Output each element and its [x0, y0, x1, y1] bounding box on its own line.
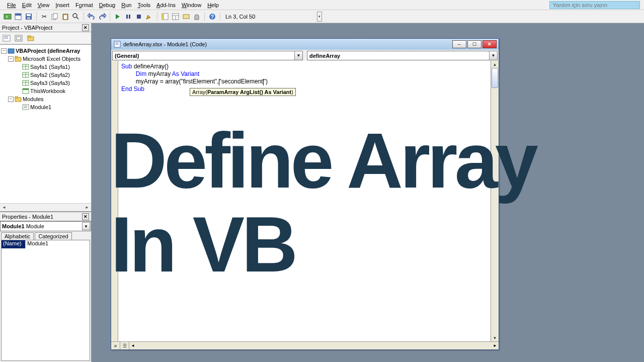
save-icon[interactable]	[24, 12, 33, 21]
menu-edit[interactable]: Edit	[19, 1, 35, 9]
insert-module-icon[interactable]	[14, 12, 23, 21]
menu-addins[interactable]: Add-Ins	[153, 1, 179, 9]
code-vscrollbar[interactable]: ▲ ▼	[491, 61, 499, 341]
property-value-cell[interactable]: Module1	[26, 240, 90, 248]
tree-folder-excel-objects[interactable]: Microsoft Excel Objects	[23, 56, 80, 62]
svg-rect-48	[15, 97, 18, 98]
svg-text:X: X	[6, 15, 9, 19]
tree-folder-modules[interactable]: Modules	[23, 96, 44, 102]
tree-sheet3[interactable]: Sayfa3 (Sayfa3)	[30, 80, 70, 86]
cut-icon[interactable]: ✂	[40, 12, 49, 21]
undo-icon[interactable]	[87, 12, 96, 21]
object-browser-icon[interactable]	[182, 12, 191, 21]
minimize-button[interactable]: ─	[452, 40, 466, 48]
tab-categorized[interactable]: Categorized	[35, 232, 71, 240]
chevron-down-icon[interactable]: ▼	[294, 51, 302, 60]
redo-icon[interactable]	[98, 12, 107, 21]
procedure-view-button[interactable]: ≡	[111, 342, 120, 349]
properties-title-text: Properties - Module1	[2, 214, 53, 220]
sheet-icon	[22, 71, 29, 78]
left-docking-pane: Project - VBAProject ✕ −VBAProject (defi…	[0, 23, 92, 362]
svg-rect-35	[15, 56, 18, 58]
tab-alphabetic[interactable]: Alphabetic	[1, 232, 34, 240]
properties-window-icon[interactable]	[171, 12, 180, 21]
property-name-cell[interactable]: (Name)	[2, 240, 26, 248]
svg-rect-6	[27, 17, 30, 19]
menu-insert[interactable]: Insert	[52, 1, 72, 9]
menu-help[interactable]: Help	[204, 1, 222, 9]
mdi-area: defineArray.xlsx - Module1 (Code) ─ ☐ ✕ …	[92, 23, 644, 362]
chevron-down-icon[interactable]: ▼	[82, 222, 90, 230]
toggle-folders-icon[interactable]	[25, 33, 36, 43]
tree-thisworkbook[interactable]: ThisWorkbook	[30, 88, 65, 94]
menu-view[interactable]: View	[35, 1, 53, 9]
menu-run[interactable]: Run	[118, 1, 134, 9]
view-code-icon[interactable]	[1, 33, 12, 43]
menu-format[interactable]: Format	[72, 1, 96, 9]
project-panel-title: Project - VBAProject ✕	[0, 23, 91, 32]
copy-icon[interactable]	[50, 12, 59, 21]
help-icon[interactable]: ?	[208, 12, 217, 21]
project-explorer-icon[interactable]	[160, 12, 170, 21]
full-module-view-button[interactable]: ☰	[120, 342, 129, 349]
svg-rect-14	[126, 15, 128, 19]
toolbox-icon[interactable]	[192, 12, 201, 21]
properties-grid[interactable]: (Name) Module1	[1, 240, 90, 361]
menu-window[interactable]: Window	[179, 1, 204, 9]
tree-sheet1[interactable]: Sayfa1 (Sayfa1)	[30, 64, 70, 70]
project-panel-title-text: Project - VBAProject	[2, 25, 52, 31]
svg-rect-32	[28, 36, 31, 37]
svg-point-11	[73, 14, 77, 18]
menu-bar: File Edit View Insert Format Debug Run T…	[0, 0, 644, 10]
properties-close-button[interactable]: ✕	[82, 213, 89, 220]
tree-module1[interactable]: Module1	[30, 104, 51, 110]
svg-rect-19	[162, 14, 164, 20]
run-icon[interactable]	[113, 12, 122, 21]
view-excel-icon[interactable]: X	[3, 12, 12, 21]
svg-rect-23	[183, 15, 189, 19]
svg-rect-15	[129, 15, 130, 19]
project-icon	[8, 47, 15, 54]
tree-sheet2[interactable]: Sayfa2 (Sayfa2)	[30, 72, 70, 78]
svg-marker-17	[146, 15, 150, 19]
reset-icon[interactable]	[134, 12, 143, 21]
paste-icon[interactable]	[61, 12, 70, 21]
menu-tools[interactable]: Tools	[134, 1, 153, 9]
code-editor[interactable]: Sub defineArray() Dim myArray As Variant…	[118, 61, 491, 341]
properties-panel-title: Properties - Module1 ✕	[0, 212, 91, 221]
procedure-combo[interactable]: defineArray▼	[307, 51, 498, 60]
project-hscrollbar[interactable]: ◄►	[0, 203, 91, 211]
find-icon[interactable]	[71, 12, 80, 21]
svg-rect-5	[27, 14, 31, 16]
sheet-icon	[22, 63, 29, 70]
code-window-titlebar[interactable]: defineArray.xlsx - Module1 (Code) ─ ☐ ✕	[111, 39, 499, 50]
scrollbar-thumb[interactable]	[492, 68, 498, 88]
break-icon[interactable]	[124, 12, 133, 21]
svg-rect-46	[23, 88, 29, 90]
menu-file[interactable]: File	[4, 1, 19, 9]
svg-rect-3	[15, 14, 21, 16]
object-combo[interactable]: (General)▼	[112, 51, 303, 60]
toolbar-overflow-button[interactable]: ▾	[317, 12, 322, 22]
folder-icon	[15, 55, 22, 62]
project-tree[interactable]: −VBAProject (defineArray −Microsoft Exce…	[0, 44, 91, 203]
code-hscrollbar[interactable]: ◄►	[129, 342, 499, 349]
close-button[interactable]: ✕	[482, 40, 497, 48]
view-object-icon[interactable]	[13, 33, 24, 43]
parameter-info-tooltip: Array(ParamArray ArgList() As Variant)	[190, 88, 296, 96]
workbook-icon	[22, 87, 29, 95]
menu-debug[interactable]: Debug	[96, 1, 118, 9]
properties-object-selector[interactable]: Module1 Module ▼	[0, 221, 91, 231]
help-search-input[interactable]	[549, 1, 640, 9]
project-panel-close-button[interactable]: ✕	[82, 24, 89, 31]
chevron-down-icon[interactable]: ▼	[489, 51, 497, 60]
code-margin[interactable]	[111, 61, 118, 341]
svg-rect-49	[23, 105, 29, 110]
svg-marker-13	[116, 14, 120, 19]
maximize-button[interactable]: ☐	[467, 40, 481, 48]
code-window: defineArray.xlsx - Module1 (Code) ─ ☐ ✕ …	[111, 38, 499, 350]
tree-root-label[interactable]: VBAProject (defineArray	[16, 48, 80, 54]
svg-line-12	[76, 17, 78, 19]
code-window-icon	[113, 40, 121, 48]
design-mode-icon[interactable]	[145, 12, 154, 21]
